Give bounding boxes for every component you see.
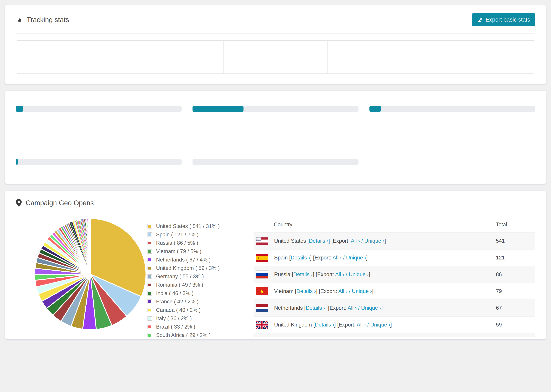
export-all-link[interactable]: All › bbox=[351, 238, 360, 244]
export-all-link[interactable]: All › bbox=[347, 305, 357, 311]
legend-swatch-icon bbox=[148, 266, 152, 270]
rate-progress-fill bbox=[16, 159, 18, 165]
vn-flag-icon bbox=[256, 287, 268, 295]
rate-progress-fill bbox=[192, 106, 243, 112]
legend-swatch-icon bbox=[148, 291, 152, 295]
rate-block-clicks-rate bbox=[16, 101, 182, 141]
legend-label: France ( 42 / 2% ) bbox=[156, 299, 198, 305]
rate-stat-line bbox=[16, 133, 182, 134]
legend-swatch-icon bbox=[148, 224, 152, 229]
legend-label: United Kingdom ( 59 / 3% ) bbox=[156, 265, 220, 271]
rates-card bbox=[5, 91, 546, 184]
country-name: Spain bbox=[274, 255, 288, 261]
export-unique-link[interactable]: Unique › bbox=[370, 322, 390, 328]
legend-item-canada: Canada ( 40 / 2% ) bbox=[148, 307, 254, 313]
rate-stat-line bbox=[369, 126, 535, 127]
legend-swatch-icon bbox=[148, 249, 152, 254]
dotted-leader bbox=[372, 126, 533, 126]
legend-item-romania: Romania ( 49 / 3% ) bbox=[148, 282, 254, 288]
gb-flag-icon bbox=[256, 321, 268, 329]
rate-progress-fill bbox=[16, 106, 23, 112]
export-all-link[interactable]: All › bbox=[335, 271, 344, 277]
total-cell: 541 bbox=[496, 233, 535, 249]
export-icon bbox=[477, 17, 483, 23]
export-all-link[interactable]: All › bbox=[357, 322, 366, 328]
legend-item-united-kingdom: United Kingdom ( 59 / 3% ) bbox=[148, 265, 254, 271]
stat-box-bounces bbox=[431, 41, 535, 73]
rate-progress-bar bbox=[16, 159, 182, 165]
details-link[interactable]: Details › bbox=[306, 305, 325, 311]
rate-progress-bar bbox=[369, 106, 535, 112]
geo-title: Campaign Geo Opens bbox=[26, 199, 94, 207]
details-link[interactable]: Details › bbox=[309, 238, 328, 244]
rate-stat-line bbox=[16, 119, 182, 120]
legend-item-italy: Italy ( 36 / 2% ) bbox=[148, 315, 254, 322]
legend-label: Germany ( 55 / 3% ) bbox=[156, 273, 204, 280]
rate-progress-bar bbox=[16, 106, 182, 112]
legend-swatch-icon bbox=[148, 232, 152, 237]
legend-swatch-icon bbox=[148, 241, 152, 245]
rate-progress-bar bbox=[192, 159, 358, 165]
details-link[interactable]: Details › bbox=[296, 288, 316, 294]
dotted-leader bbox=[18, 133, 179, 133]
export-all-link[interactable]: All › bbox=[332, 255, 342, 261]
rates-grid bbox=[16, 101, 535, 173]
details-link[interactable]: Details › bbox=[291, 255, 310, 261]
page: Tracking stats Export basic stats bbox=[0, 0, 551, 344]
rate-block-complaints-rate bbox=[192, 154, 358, 173]
es-flag-icon bbox=[256, 254, 268, 262]
export-unique-link[interactable]: Unique › bbox=[349, 271, 369, 277]
rate-block-unsubscribe-rate bbox=[16, 154, 182, 173]
country-column-header: Country bbox=[254, 214, 496, 233]
geo-table-container: Country Total United States [Details ›] … bbox=[254, 214, 535, 337]
total-cell: 59 bbox=[496, 316, 535, 333]
country-name: Russia bbox=[274, 271, 290, 277]
geo-pie-legend: United States ( 541 / 31% )Spain ( 121 /… bbox=[148, 223, 254, 337]
rate-stat-line bbox=[16, 126, 182, 127]
map-pin-icon bbox=[16, 199, 22, 207]
rate-stat-line bbox=[192, 133, 358, 134]
geo-table-row-us: United States [Details ›] [Export: All ›… bbox=[254, 233, 535, 249]
stat-box-clicks bbox=[120, 41, 224, 73]
legend-swatch-icon bbox=[148, 283, 152, 287]
legend-swatch-icon bbox=[148, 316, 152, 321]
rate-stat-line bbox=[16, 172, 182, 173]
country-name: United States bbox=[274, 238, 306, 244]
export-unique-link[interactable]: Unique › bbox=[361, 305, 381, 311]
export-all-link[interactable]: All › bbox=[338, 288, 347, 294]
bar-chart-icon bbox=[16, 16, 23, 23]
legend-item-germany: Germany ( 55 / 3% ) bbox=[148, 273, 254, 280]
legend-label: Netherlands ( 67 / 4% ) bbox=[156, 257, 211, 263]
country-cell-text: Netherlands [Details ›] [Export: All › /… bbox=[274, 305, 383, 311]
dotted-leader bbox=[18, 140, 179, 140]
geo-header: Campaign Geo Opens bbox=[16, 199, 94, 207]
legend-label: Russia ( 86 / 5% ) bbox=[156, 240, 198, 246]
country-name: Vietnam bbox=[274, 288, 293, 294]
details-link[interactable]: Details › bbox=[293, 271, 313, 277]
geo-opens-pie-chart bbox=[32, 216, 148, 332]
legend-swatch-icon bbox=[148, 258, 152, 262]
tracking-stats-card: Tracking stats Export basic stats bbox=[5, 5, 546, 84]
rate-stat-line bbox=[369, 119, 535, 120]
legend-label: South Africa ( 29 / 2% ) bbox=[156, 332, 211, 337]
export-basic-stats-label: Export basic stats bbox=[486, 16, 530, 23]
legend-label: Brazil ( 33 / 2% ) bbox=[156, 324, 195, 330]
geo-table-row-ru: Russia [Details ›] [Export: All › / Uniq… bbox=[254, 266, 535, 283]
export-unique-link[interactable]: Unique › bbox=[364, 238, 384, 244]
geo-table-row-de: Germany [Details ›] [Export: All › / Uni… bbox=[254, 333, 535, 337]
rate-stat-line bbox=[192, 119, 358, 120]
stats-summary-row bbox=[16, 40, 535, 74]
legend-item-india: India ( 46 / 3% ) bbox=[148, 290, 254, 296]
export-basic-stats-button[interactable]: Export basic stats bbox=[472, 13, 535, 26]
details-link[interactable]: Details › bbox=[315, 322, 334, 328]
rate-progress-bar bbox=[192, 106, 358, 112]
export-unique-link[interactable]: Unique › bbox=[346, 255, 366, 261]
dotted-leader bbox=[372, 119, 533, 119]
rate-stat-line bbox=[192, 172, 358, 173]
export-unique-link[interactable]: Unique › bbox=[352, 288, 372, 294]
country-name: Netherlands bbox=[274, 305, 303, 311]
geo-body: United States ( 541 / 31% )Spain ( 121 /… bbox=[5, 214, 546, 337]
geo-pie-container bbox=[16, 214, 148, 337]
dotted-leader bbox=[195, 172, 356, 172]
tracking-stats-title: Tracking stats bbox=[27, 16, 69, 24]
